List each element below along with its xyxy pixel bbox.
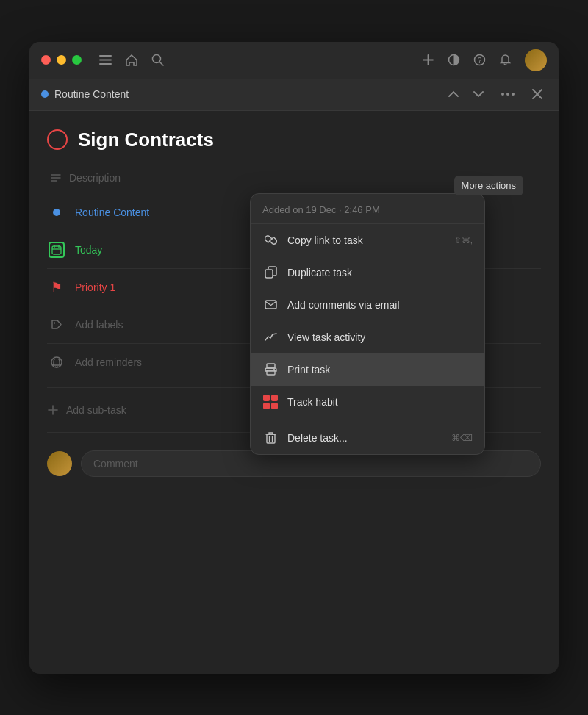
print-label: Print task — [287, 364, 473, 376]
dropdown-header: Added on 19 Dec · 2:46 PM — [251, 194, 484, 224]
svg-rect-32 — [271, 403, 278, 409]
panel-header-title: Routine Content — [54, 88, 129, 100]
svg-rect-26 — [267, 364, 275, 368]
dropdown-item-view-activity[interactable]: View task activity — [251, 321, 484, 353]
reminders-icon — [47, 353, 66, 372]
traffic-lights — [41, 55, 82, 65]
comment-avatar — [47, 451, 72, 476]
help-icon[interactable]: ? — [473, 54, 486, 66]
description-label: Description — [69, 172, 121, 184]
dropdown-item-copy-link[interactable]: Copy link to task ⇧⌘, — [251, 224, 484, 256]
routine-color-dot — [41, 90, 49, 98]
dot-2 — [506, 93, 509, 96]
project-color-dot — [53, 209, 60, 216]
plus-icon[interactable] — [422, 54, 434, 66]
panel-header-right — [444, 86, 547, 102]
dropdown-item-add-comments[interactable]: Add comments via email — [251, 289, 484, 321]
project-icon — [47, 203, 66, 222]
task-complete-circle[interactable] — [47, 129, 68, 150]
svg-rect-1 — [99, 60, 112, 61]
title-bar-left-icons — [99, 54, 164, 67]
copy-link-label: Copy link to task — [287, 234, 445, 246]
minimize-traffic-light[interactable] — [57, 55, 66, 65]
view-activity-icon — [262, 329, 279, 345]
dropdown-timestamp: Added on 19 Dec · 2:46 PM — [262, 204, 380, 215]
task-title: Sign Contracts — [78, 129, 214, 151]
more-options-button[interactable] — [494, 88, 522, 100]
home-icon[interactable] — [125, 54, 138, 67]
dot-3 — [512, 93, 514, 96]
svg-text:?: ? — [478, 57, 482, 65]
bell-icon[interactable] — [499, 54, 512, 66]
panel-header-left: Routine Content — [41, 88, 129, 100]
dropdown-item-track-habit[interactable]: Track habit — [251, 386, 484, 418]
add-comments-label: Add comments via email — [287, 299, 473, 311]
svg-rect-15 — [52, 246, 61, 254]
delete-label: Delete task... — [287, 432, 442, 444]
navigate-up-button[interactable] — [444, 87, 463, 101]
svg-rect-0 — [99, 55, 112, 57]
due-date-icon — [47, 240, 66, 259]
duplicate-label: Duplicate task — [287, 267, 473, 279]
close-traffic-light[interactable] — [41, 55, 51, 65]
close-panel-button[interactable] — [528, 86, 547, 102]
copy-link-icon — [262, 232, 279, 248]
due-date-label: Today — [75, 244, 102, 256]
print-icon — [262, 362, 279, 378]
task-title-row: Sign Contracts — [47, 129, 541, 151]
description-icon — [50, 172, 62, 184]
search-icon[interactable] — [151, 54, 164, 66]
svg-point-20 — [51, 357, 62, 367]
svg-rect-31 — [263, 403, 270, 409]
half-circle-icon[interactable] — [448, 54, 460, 66]
labels-icon — [47, 315, 66, 334]
track-habit-icon — [262, 394, 279, 410]
duplicate-icon — [262, 265, 279, 281]
panel-header: Routine Content — [29, 79, 559, 111]
svg-rect-33 — [267, 434, 275, 443]
svg-rect-30 — [271, 395, 278, 401]
dot-1 — [501, 93, 504, 96]
svg-rect-29 — [263, 395, 270, 401]
avatar[interactable] — [525, 49, 547, 71]
priority-label: Priority 1 — [75, 281, 115, 293]
dropdown-item-duplicate[interactable]: Duplicate task — [251, 256, 484, 289]
reminders-label: Add reminders — [75, 356, 142, 368]
svg-point-28 — [273, 369, 275, 370]
delete-shortcut: ⌘⌫ — [451, 433, 473, 443]
avatar-image — [525, 49, 547, 71]
maximize-traffic-light[interactable] — [72, 55, 82, 65]
navigate-down-button[interactable] — [469, 87, 488, 101]
dropdown-divider — [251, 420, 484, 420]
labels-label: Add labels — [75, 319, 123, 331]
dropdown-menu: Added on 19 Dec · 2:46 PM Copy link to t… — [250, 193, 485, 455]
task-description-row[interactable]: Description — [50, 165, 541, 191]
flag-icon: ⚑ — [51, 279, 62, 295]
project-label: Routine Content — [75, 206, 149, 218]
add-comments-icon — [262, 297, 279, 313]
view-activity-label: View task activity — [287, 331, 473, 343]
title-bar: ? — [29, 42, 559, 79]
delete-icon — [262, 430, 279, 446]
add-subtask-icon — [47, 404, 59, 416]
track-habit-label: Track habit — [287, 396, 473, 408]
app-window: ? Routine Content — [29, 42, 559, 674]
priority-icon: ⚑ — [47, 278, 66, 297]
menu-icon[interactable] — [99, 55, 112, 65]
add-subtask-label: Add sub-task — [66, 404, 126, 416]
svg-line-4 — [159, 62, 163, 65]
title-bar-right-icons: ? — [422, 49, 547, 71]
copy-link-shortcut: ⇧⌘, — [454, 235, 473, 245]
svg-rect-2 — [99, 63, 112, 65]
dropdown-item-print[interactable]: Print task — [251, 353, 484, 386]
main-content: Sign Contracts Description Routine Conte… — [29, 111, 559, 477]
svg-point-19 — [54, 322, 55, 323]
calendar-icon — [49, 242, 65, 258]
dropdown-item-delete[interactable]: Delete task... ⌘⌫ — [251, 422, 484, 454]
